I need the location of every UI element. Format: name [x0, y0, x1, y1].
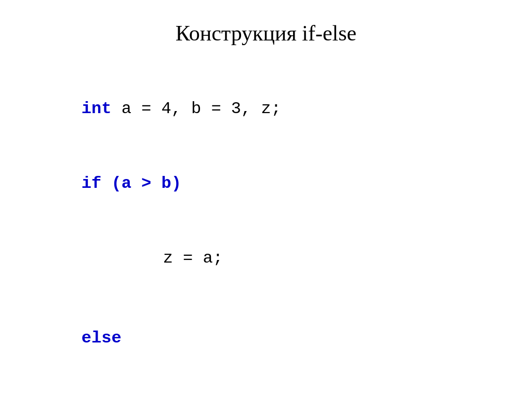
page-title: Конструкция if-else	[176, 21, 356, 46]
empty-line-1	[42, 296, 501, 301]
keyword-else: else	[82, 328, 122, 348]
code-line-2: if (a > b)	[42, 146, 501, 221]
code-line-3: z = a;	[83, 221, 501, 296]
code-line-1: int a = 4, b = 3, z;	[42, 72, 501, 146]
code-line-5: z = b;	[83, 376, 501, 398]
code-block: int a = 4, b = 3, z; if (a > b) z = a; e…	[31, 72, 501, 398]
code-line-3-content: z = a;	[123, 249, 223, 268]
code-line-1-rest: a = 4, b = 3, z;	[111, 99, 281, 118]
code-line-4: else	[42, 301, 501, 376]
keyword-if: if	[82, 174, 101, 193]
keyword-int: int	[82, 99, 112, 118]
code-line-2-rest: (a > b)	[101, 174, 181, 193]
